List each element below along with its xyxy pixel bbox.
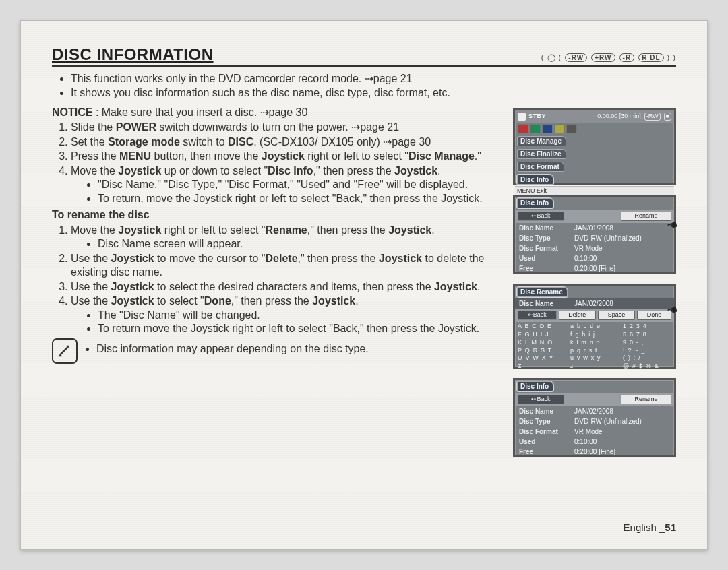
back-button: ⇠Back: [518, 311, 557, 320]
rename-steps: Move the Joystick right or left to selec…: [52, 224, 501, 336]
intro-bullet: This function works only in the DVD camc…: [71, 72, 501, 86]
menu-tab: Disc Format: [517, 162, 564, 172]
disc-type-badges: ( ◯ ( -RW +RW -R R DL ) ): [541, 53, 676, 62]
screenshot-disc-info-1: Disc Info ⇠Back Rename ☚ Disc NameJAN/01…: [513, 195, 676, 274]
panel-title: Disc Info: [517, 381, 553, 391]
step-1: Slide the POWER switch downwards to turn…: [71, 121, 501, 134]
delete-button: Delete: [559, 311, 597, 320]
rename-heading: To rename the disc: [52, 208, 501, 222]
intro-bullets: This function works only in the DVD camc…: [52, 72, 501, 100]
notice-line: NOTICE : Make sure that you insert a dis…: [52, 106, 501, 119]
space-button: Space: [598, 311, 635, 320]
onscreen-keyboard: A B C D Ea b c d e1 2 3 4 F G H I Jf g h…: [515, 322, 674, 373]
title-row: DISC INFORMATION ( ◯ ( -RW +RW -R R DL )…: [52, 45, 676, 67]
panel-title: Disc Rename: [517, 287, 568, 297]
intro-bullet: It shows you disc information such as th…: [71, 86, 501, 100]
screenshot-column: STBY 0:00:00 [30 min] -RW ■ Disc Manage …: [513, 71, 676, 457]
panel-buttons: ⇠Back Rename: [515, 210, 674, 223]
instruction-column: This function works only in the DVD camc…: [52, 71, 501, 457]
done-button: Done: [637, 311, 671, 320]
rename-step-2: Use the Joystick to move the cursor to "…: [71, 252, 501, 280]
rename-step-4: Use the Joystick to select "Done," then …: [71, 294, 501, 336]
rename-step-1: Move the Joystick right or left to selec…: [71, 224, 501, 251]
step-2: Set the Storage mode switch to DISC. (SC…: [71, 135, 501, 149]
note-icon: [52, 338, 78, 364]
content-columns: This function works only in the DVD camc…: [52, 71, 676, 457]
menu-tab: Disc Finalize: [517, 149, 566, 159]
page-title: DISC INFORMATION: [52, 45, 214, 64]
screenshot-disc-info-2: Disc Info ⇠Back Rename Disc NameJAN/02/2…: [513, 378, 676, 457]
back-button: ⇠Back: [518, 395, 564, 404]
notice-label: NOTICE: [52, 106, 92, 118]
note-text: Disc information may appear depending on…: [96, 342, 369, 356]
step-3: Press the MENU button, then move the Joy…: [71, 150, 501, 163]
rename-step-3: Use the Joystick to select the desired c…: [71, 280, 501, 294]
menu-tab-selected: Disc Info: [517, 175, 553, 185]
screenshot-disc-manage: STBY 0:00:00 [30 min] -RW ■ Disc Manage …: [513, 108, 676, 185]
osd-topbar: STBY 0:00:00 [30 min] -RW ■: [515, 110, 674, 123]
rename-button: Rename: [621, 395, 671, 404]
rename-button: Rename: [621, 212, 671, 221]
manual-page: DISC INFORMATION ( ◯ ( -RW +RW -R R DL )…: [20, 20, 708, 550]
disc-icon: ◯: [547, 53, 556, 61]
mode-icon: [518, 113, 526, 121]
tab-color-strip: [515, 123, 674, 135]
disc-chip-icon: -RW: [644, 113, 661, 121]
step-4: Move the Joystick up or down to select "…: [71, 164, 501, 205]
back-button: ⇠Back: [518, 212, 564, 221]
screenshot-disc-rename: Disc Rename Disc NameJAN/02/2008 ⇠Back D…: [513, 284, 676, 369]
page-footer: English _51: [624, 521, 676, 533]
main-steps: Slide the POWER switch downwards to turn…: [52, 121, 501, 205]
note-row: Disc information may appear depending on…: [52, 338, 501, 364]
quality-chip-icon: ■: [664, 113, 671, 121]
panel-title: Disc Info: [517, 198, 553, 208]
step-4-sub: "Disc Name," "Disc Type," "Disc Format,"…: [71, 178, 501, 205]
menu-tab: Disc Manage: [517, 136, 566, 146]
